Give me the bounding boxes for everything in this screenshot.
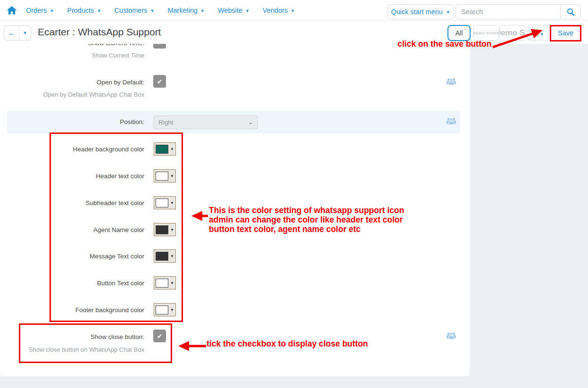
back-button[interactable]: ← xyxy=(4,26,19,40)
annotation-colors-note: This is the color setting of whatsapp su… xyxy=(209,206,404,234)
page-header: ← ▼ Ecarter : WhatsApp Support All DEMO … xyxy=(0,21,588,44)
dropdown-arrow-icon: ▼ xyxy=(170,201,174,205)
page-title: Ecarter : WhatsApp Support xyxy=(38,26,161,38)
store-name-button[interactable]: Demo Store xyxy=(499,25,526,41)
chevron-down-icon: ▼ xyxy=(446,10,450,15)
open-by-default-hint: Open by Default WhatsApp Chat Box xyxy=(0,91,144,98)
search-icon xyxy=(567,8,575,16)
color-swatch-button[interactable]: ▼ xyxy=(154,249,176,263)
annotation-save-note: click on the save button xyxy=(398,39,491,49)
check-icon: ✔ xyxy=(157,332,163,340)
dropdown-arrow-icon: ▼ xyxy=(170,174,174,178)
color-chip xyxy=(156,172,168,181)
dropdown-arrow-icon: ▼ xyxy=(170,228,174,232)
chevron-down-icon: ▼ xyxy=(540,32,544,37)
color-chip xyxy=(156,225,168,234)
menu-website[interactable]: Website▼ xyxy=(218,7,249,14)
chevron-down-icon: ▼ xyxy=(200,9,205,13)
color-field-label: Header background color xyxy=(0,146,144,153)
dropdown-arrow-icon: ▼ xyxy=(170,308,174,312)
save-button[interactable]: Save xyxy=(553,25,579,41)
check-icon: ✔ xyxy=(157,78,163,85)
color-setting-row: Header background color ▼ xyxy=(0,142,189,156)
color-setting-row: Button Text color ▼ xyxy=(0,276,189,289)
check-icon: ✔ xyxy=(157,44,163,46)
gear-icon: ⚙ xyxy=(531,29,538,37)
search-input[interactable] xyxy=(455,4,561,19)
home-icon[interactable] xyxy=(7,6,17,15)
back-button-group: ← ▼ xyxy=(4,25,31,41)
show-current-time-label: Show Current Time: xyxy=(0,44,144,47)
color-field-label: Button Text color xyxy=(0,280,144,287)
color-setting-row: Header text color ▼ xyxy=(0,169,189,182)
chevron-down-icon: ▼ xyxy=(245,9,249,13)
chevron-down-icon: ▼ xyxy=(150,9,155,13)
dropdown-arrow-icon: ▼ xyxy=(170,254,174,258)
color-setting-row: Footer background color ▼ xyxy=(0,303,189,316)
color-chip xyxy=(156,279,168,288)
color-field-label: Footer background color xyxy=(0,306,144,314)
chevron-down-icon: ▼ xyxy=(290,9,295,13)
chevron-down-icon: ▼ xyxy=(50,9,54,13)
settings-dropdown-button[interactable]: ⚙ ▼ xyxy=(527,25,548,41)
menu-products[interactable]: Products▼ xyxy=(67,7,101,14)
multistore-icon xyxy=(446,78,456,85)
show-close-button-label: Show close button: xyxy=(0,333,144,340)
menu-orders[interactable]: Orders▼ xyxy=(26,7,54,14)
show-close-button-hint: Show close button on WhatsApp Chat Box xyxy=(0,346,144,353)
color-field-label: Header text color xyxy=(0,173,144,180)
store-filter-all-button[interactable]: All xyxy=(447,25,471,41)
color-setting-row: Message Text color ▼ xyxy=(0,249,189,263)
main-menu: Orders▼ Products▼ Customers▼ Marketing▼ … xyxy=(26,0,295,21)
dropdown-arrow-icon: ▼ xyxy=(170,281,174,285)
position-label: Position: xyxy=(0,118,144,125)
color-swatch-button[interactable]: ▼ xyxy=(154,169,176,182)
color-chip xyxy=(156,305,168,314)
color-swatch-button[interactable]: ▼ xyxy=(154,303,176,316)
show-current-time-hint: Show Current Time xyxy=(0,52,144,59)
color-swatch-button[interactable]: ▼ xyxy=(154,142,176,156)
color-swatch-button[interactable]: ▼ xyxy=(154,276,176,289)
arrow-left-icon: ← xyxy=(8,29,16,37)
quick-start-menu-button[interactable]: Quick start menu▼ xyxy=(388,4,454,19)
chevron-down-icon: ⌄ xyxy=(248,119,253,125)
multistore-icon xyxy=(446,332,456,339)
show-close-button-checkbox[interactable]: ✔ xyxy=(153,330,166,342)
show-current-time-checkbox[interactable]: ✔ xyxy=(153,44,166,49)
color-field-label: Subheader text color xyxy=(0,199,144,206)
search-button[interactable] xyxy=(560,4,581,19)
back-dropdown-toggle[interactable]: ▼ xyxy=(19,26,31,40)
menu-marketing[interactable]: Marketing▼ xyxy=(167,7,205,14)
chevron-down-icon: ▼ xyxy=(23,31,27,35)
top-navbar: Orders▼ Products▼ Customers▼ Marketing▼ … xyxy=(0,0,588,21)
dropdown-arrow-icon: ▼ xyxy=(170,147,174,151)
color-swatch-button[interactable]: ▼ xyxy=(154,196,176,209)
color-swatch-button[interactable]: ▼ xyxy=(154,223,176,236)
chevron-down-icon: ▼ xyxy=(97,9,101,13)
menu-customers[interactable]: Customers▼ xyxy=(114,7,154,14)
menu-vendors[interactable]: Vendors▼ xyxy=(263,7,295,14)
open-by-default-checkbox[interactable]: ✔ xyxy=(153,75,166,88)
store-badge-button[interactable]: DEMO STORE xyxy=(473,25,499,41)
color-chip xyxy=(156,198,168,207)
color-chip xyxy=(156,145,168,154)
open-by-default-label: Open by Default: xyxy=(0,79,144,86)
color-field-label: Message Text color xyxy=(0,253,144,260)
color-setting-row: Subheader text color ▼ xyxy=(0,196,189,209)
position-select[interactable]: Right⌄ xyxy=(153,116,258,129)
color-setting-row: Agent Name color ▼ xyxy=(0,223,189,236)
annotation-close-note: tick the checkbox to display close butto… xyxy=(207,339,368,348)
color-chip xyxy=(156,252,168,261)
color-field-label: Agent Name color xyxy=(0,226,144,233)
multistore-icon xyxy=(446,117,456,125)
